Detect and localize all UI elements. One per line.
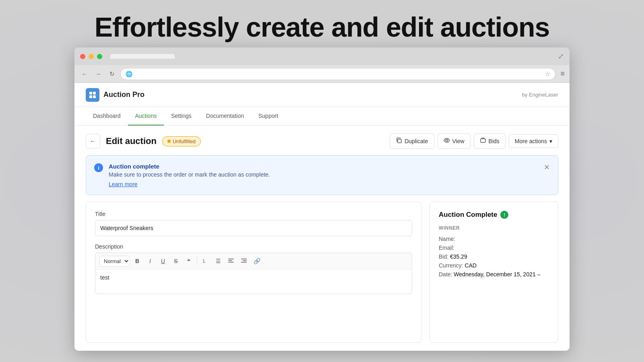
- back-nav-button[interactable]: ←: [79, 69, 90, 79]
- currency-value: CAD: [465, 262, 477, 269]
- maximize-button[interactable]: [97, 54, 102, 59]
- rte-toolbar: Normal B I U S ❝ 1.: [95, 253, 412, 269]
- tab-support[interactable]: Support: [251, 107, 285, 125]
- more-actions-label: More actions: [515, 138, 547, 144]
- duplicate-button[interactable]: Duplicate: [390, 134, 434, 149]
- nav-tabs: Dashboard Auctions Settings Documentatio…: [74, 107, 570, 125]
- edit-auction-title: Edit auction: [106, 136, 157, 146]
- svg-rect-8: [228, 259, 234, 259]
- status-badge: Unfulfilled: [162, 136, 201, 146]
- forward-nav-button[interactable]: →: [93, 69, 103, 79]
- rte-ordered-list-button[interactable]: 1.: [200, 255, 211, 267]
- svg-rect-9: [228, 260, 232, 261]
- refresh-nav-button[interactable]: ↻: [107, 69, 117, 79]
- title-form-group: Title: [95, 211, 412, 236]
- header-actions: Duplicate View: [390, 134, 558, 149]
- rte-content[interactable]: test: [95, 269, 412, 294]
- winner-currency-field: Currency: CAD: [439, 262, 549, 269]
- rte-blockquote-button[interactable]: ❝: [183, 255, 194, 267]
- browser-titlebar: ⤢: [74, 47, 570, 65]
- view-label: View: [452, 138, 464, 144]
- date-label: Date:: [439, 271, 452, 278]
- tab-documentation[interactable]: Documentation: [199, 107, 251, 125]
- tab-dashboard[interactable]: Dashboard: [86, 107, 128, 125]
- alert-learn-more-link[interactable]: Learn more: [109, 181, 538, 187]
- winner-label: WINNER: [439, 225, 549, 231]
- browser-menu-icon[interactable]: ≡: [560, 70, 565, 78]
- app-content: Auction Pro by EngineLaser Dashboard Auc…: [74, 83, 570, 351]
- duplicate-label: Duplicate: [405, 138, 428, 144]
- bid-value: €35.29: [450, 253, 467, 260]
- date-value: Wednesday, December 15, 2021 –: [454, 271, 540, 278]
- back-button[interactable]: ←: [86, 134, 100, 148]
- status-dot: [167, 140, 171, 143]
- browser-tab[interactable]: [110, 54, 175, 59]
- currency-label: Currency:: [439, 262, 463, 269]
- alert-close-button[interactable]: ✕: [544, 163, 550, 172]
- expand-icon[interactable]: ⤢: [558, 52, 564, 61]
- rte-align-right-button[interactable]: [238, 255, 250, 267]
- title-input[interactable]: [95, 220, 412, 236]
- bids-icon: [480, 137, 486, 145]
- logo-icon: [86, 88, 99, 102]
- main-heading: Effortlessly create and edit auctions: [0, 11, 644, 43]
- close-button[interactable]: [80, 54, 85, 59]
- tab-auctions[interactable]: Auctions: [128, 107, 164, 125]
- app-name: Auction Pro: [103, 90, 144, 99]
- more-actions-chevron-icon: ▾: [549, 138, 552, 144]
- minimize-button[interactable]: [89, 54, 94, 59]
- svg-point-5: [446, 140, 448, 142]
- bookmark-icon[interactable]: ☆: [545, 70, 550, 78]
- winner-bid-field: Bid: €35.29: [439, 253, 549, 260]
- svg-rect-3: [93, 95, 96, 98]
- tab-settings[interactable]: Settings: [164, 107, 199, 125]
- content-grid: Title Description Normal B I: [86, 202, 558, 343]
- duplicate-icon: [396, 137, 402, 145]
- edit-header: ← Edit auction Unfulfilled Dupl: [86, 134, 558, 149]
- rte-unordered-list-button[interactable]: ☰: [213, 255, 224, 267]
- address-bar[interactable]: 🌐 ☆: [120, 68, 555, 80]
- rte-bold-button[interactable]: B: [132, 255, 143, 267]
- rte-strikethrough-button[interactable]: S: [170, 255, 182, 267]
- bid-label: Bid:: [439, 253, 448, 260]
- page-area: ← Edit auction Unfulfilled Dupl: [74, 125, 570, 351]
- view-button[interactable]: View: [438, 134, 471, 149]
- description-form-group: Description Normal B I U S ❝: [95, 243, 412, 294]
- svg-rect-12: [243, 260, 247, 261]
- svg-rect-6: [481, 139, 485, 142]
- svg-rect-2: [89, 95, 92, 98]
- title-label: Title: [95, 211, 412, 217]
- panel-info-icon: !: [500, 211, 508, 219]
- right-panel: Auction Complete ! WINNER Name: Email:: [429, 202, 558, 343]
- alert-info-icon: i: [94, 163, 103, 172]
- rte-link-button[interactable]: 🔗: [251, 255, 262, 267]
- email-label: Email:: [439, 245, 454, 251]
- globe-icon: 🌐: [126, 71, 132, 77]
- browser-toolbar: ← → ↻ 🌐 ☆ ≡: [74, 65, 570, 83]
- svg-rect-10: [228, 262, 234, 263]
- alert-title: Auction complete: [109, 163, 538, 170]
- rte-underline-button[interactable]: U: [157, 255, 169, 267]
- svg-rect-13: [241, 262, 247, 263]
- winner-name-field: Name:: [439, 236, 549, 242]
- app-header: Auction Pro by EngineLaser: [74, 83, 570, 107]
- view-icon: [444, 137, 450, 145]
- svg-rect-11: [241, 259, 247, 259]
- more-actions-button[interactable]: More actions ▾: [509, 134, 558, 148]
- rte-italic-button[interactable]: I: [144, 255, 156, 267]
- rte-format-select[interactable]: Normal: [99, 256, 130, 267]
- svg-text:1.: 1.: [202, 259, 206, 263]
- rich-text-editor: Normal B I U S ❝ 1.: [95, 253, 412, 294]
- alert-text: Make sure to process the order or mark t…: [109, 171, 538, 178]
- svg-rect-4: [398, 139, 401, 143]
- bids-button[interactable]: Bids: [474, 134, 506, 149]
- rte-divider: [197, 257, 197, 265]
- winner-email-field: Email:: [439, 245, 549, 251]
- right-panel-title: Auction Complete !: [439, 211, 549, 219]
- svg-rect-1: [93, 92, 96, 95]
- alert-content: Auction complete Make sure to process th…: [109, 163, 538, 187]
- alert-banner: i Auction complete Make sure to process …: [86, 155, 558, 195]
- status-label: Unfulfilled: [173, 138, 196, 144]
- rte-align-left-button[interactable]: [225, 255, 237, 267]
- bids-label: Bids: [489, 138, 500, 144]
